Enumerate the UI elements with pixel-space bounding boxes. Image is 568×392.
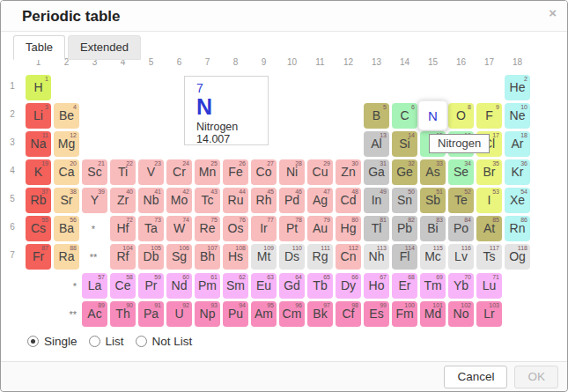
element-Md[interactable]: 101Md — [420, 301, 446, 327]
element-Am[interactable]: 95Am — [251, 301, 277, 327]
element-Rg[interactable]: 111Rg — [307, 244, 333, 270]
element-Dy[interactable]: 66Dy — [336, 273, 361, 299]
tab-table[interactable]: Table — [13, 35, 65, 60]
element-Sc[interactable]: 21Sc — [82, 159, 107, 185]
element-Ar[interactable]: 18Ar — [505, 131, 530, 157]
element-B[interactable]: 5B — [364, 103, 389, 129]
element-Zr[interactable]: 40Zr — [110, 188, 136, 213]
element-Ti[interactable]: 22Ti — [110, 159, 136, 185]
element-La[interactable]: 57La — [82, 273, 107, 299]
element-Np[interactable]: 93Np — [195, 301, 220, 327]
element-Mt[interactable]: 109Mt — [251, 244, 277, 270]
element-Tc[interactable]: 43Tc — [195, 188, 220, 213]
element-Li[interactable]: 3Li — [26, 103, 51, 129]
element-Zn[interactable]: 30Zn — [336, 159, 361, 185]
element-I[interactable]: 53I — [476, 188, 502, 213]
element-Ce[interactable]: 58Ce — [110, 273, 136, 299]
element-Ru[interactable]: 44Ru — [223, 188, 248, 213]
element-Sm[interactable]: 62Sm — [223, 273, 248, 299]
element-Ir[interactable]: 77Ir — [251, 216, 277, 241]
element-Rh[interactable]: 45Rh — [251, 188, 277, 213]
element-Sr[interactable]: 38Sr — [54, 188, 79, 213]
element-C[interactable]: 6C — [392, 103, 417, 129]
element-Ta[interactable]: 73Ta — [138, 216, 164, 241]
element-Rn[interactable]: 86Rn — [505, 216, 530, 241]
element-Po[interactable]: 84Po — [448, 216, 474, 241]
element-Au[interactable]: 79Au — [307, 216, 333, 241]
element-Hg[interactable]: 80Hg — [336, 216, 361, 241]
radio-not-list[interactable]: Not List — [136, 335, 193, 348]
element-He[interactable]: 2He — [505, 75, 530, 100]
element-Pm[interactable]: 61Pm — [195, 273, 220, 299]
element-Sg[interactable]: 106Sg — [166, 244, 192, 270]
radio-list[interactable]: List — [89, 335, 124, 348]
element-Fm[interactable]: 100Fm — [392, 301, 417, 327]
element-Mo[interactable]: 42Mo — [166, 188, 192, 213]
element-Xe[interactable]: 54Xe — [505, 188, 530, 213]
element-Yb[interactable]: 70Yb — [448, 273, 474, 299]
element-Cf[interactable]: 98Cf — [336, 301, 361, 327]
element-Cm[interactable]: 96Cm — [279, 301, 305, 327]
element-Bi[interactable]: 83Bi — [420, 216, 446, 241]
element-Pb[interactable]: 82Pb — [392, 216, 417, 241]
element-Rb[interactable]: 37Rb — [26, 188, 51, 213]
element-Ni[interactable]: 28Ni — [279, 159, 305, 185]
element-F[interactable]: 9F — [476, 103, 502, 129]
element-Kr[interactable]: 36Kr — [505, 159, 530, 185]
element-Gd[interactable]: 64Gd — [279, 273, 305, 299]
element-In[interactable]: 49In — [364, 188, 389, 213]
element-Cu[interactable]: 29Cu — [307, 159, 333, 185]
element-Te[interactable]: 52Te — [448, 188, 474, 213]
element-Ba[interactable]: 56Ba — [54, 216, 79, 241]
element-Bk[interactable]: 97Bk — [307, 301, 333, 327]
element-Co[interactable]: 27Co — [251, 159, 277, 185]
element-Sn[interactable]: 50Sn — [392, 188, 417, 213]
element-As[interactable]: 33As — [420, 159, 446, 185]
radio-single[interactable]: Single — [27, 335, 77, 348]
element-Nh[interactable]: 113Nh — [364, 244, 389, 270]
element-Lr[interactable]: 103Lr — [476, 301, 502, 327]
element-Ho[interactable]: 67Ho — [364, 273, 389, 299]
element-Br[interactable]: 35Br — [476, 159, 502, 185]
element-Cd[interactable]: 48Cd — [336, 188, 361, 213]
element-Be[interactable]: 4Be — [54, 103, 79, 129]
element-Fe[interactable]: 26Fe — [223, 159, 248, 185]
element-N[interactable]: N — [418, 100, 447, 130]
element-Pu[interactable]: 94Pu — [223, 301, 248, 327]
element-No[interactable]: 102No — [448, 301, 474, 327]
element-Na[interactable]: 11Na — [26, 131, 51, 157]
element-Nd[interactable]: 60Nd — [166, 273, 192, 299]
element-Ne[interactable]: 10Ne — [505, 103, 530, 129]
element-Ts[interactable]: 117Ts — [476, 244, 502, 270]
tab-extended[interactable]: Extended — [68, 35, 141, 60]
element-Lv[interactable]: 116Lv — [448, 244, 474, 270]
element-Eu[interactable]: 63Eu — [251, 273, 277, 299]
element-Sb[interactable]: 51Sb — [420, 188, 446, 213]
element-Hf[interactable]: 72Hf — [110, 216, 136, 241]
element-Y[interactable]: 39Y — [82, 188, 107, 213]
element-Mn[interactable]: 25Mn — [195, 159, 220, 185]
cancel-button[interactable]: Cancel — [444, 366, 507, 388]
element-Tb[interactable]: 65Tb — [307, 273, 333, 299]
element-K[interactable]: 19K — [26, 159, 51, 185]
element-Tl[interactable]: 81Tl — [364, 216, 389, 241]
element-Bh[interactable]: 107Bh — [195, 244, 220, 270]
element-W[interactable]: 74W — [166, 216, 192, 241]
element-Fl[interactable]: 114Fl — [392, 244, 417, 270]
element-Rf[interactable]: 104Rf — [110, 244, 136, 270]
element-H[interactable]: 1H — [26, 75, 51, 100]
element-Pd[interactable]: 46Pd — [279, 188, 305, 213]
element-Ac[interactable]: 89Ac — [82, 301, 107, 327]
element-Al[interactable]: 13Al — [364, 131, 389, 157]
element-Mg[interactable]: 12Mg — [54, 131, 79, 157]
element-Ra[interactable]: 88Ra — [54, 244, 79, 270]
element-Si[interactable]: 14Si — [392, 131, 417, 157]
element-Ga[interactable]: 31Ga — [364, 159, 389, 185]
element-Hs[interactable]: 108Hs — [223, 244, 248, 270]
element-Ag[interactable]: 47Ag — [307, 188, 333, 213]
element-Tm[interactable]: 69Tm — [420, 273, 446, 299]
element-Ge[interactable]: 32Ge — [392, 159, 417, 185]
element-Mc[interactable]: 115Mc — [420, 244, 446, 270]
element-Se[interactable]: 34Se — [448, 159, 474, 185]
element-At[interactable]: 85At — [476, 216, 502, 241]
